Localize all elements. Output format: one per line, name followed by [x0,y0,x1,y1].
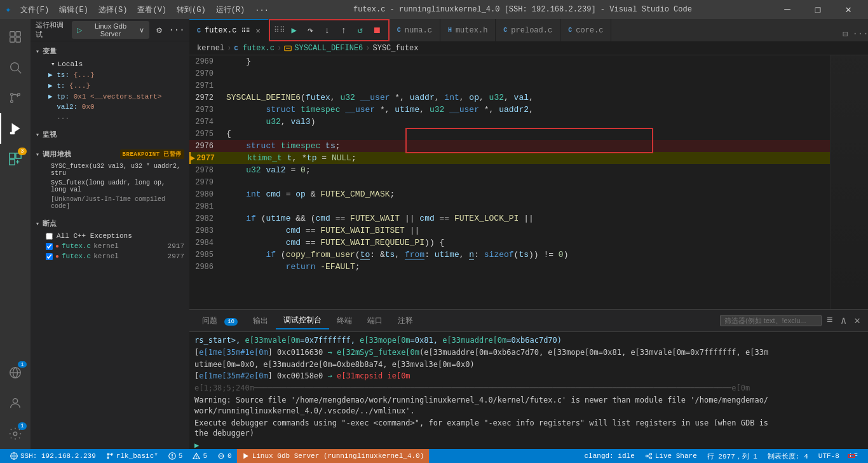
maximize-button[interactable]: ❐ [803,0,832,19]
breadcrumb-file[interactable]: C futex.c [234,44,275,53]
line-num-2970[interactable]: 2970 [189,69,221,78]
line-num-2969[interactable]: 2969 [189,57,221,66]
breadcrumb-kernel[interactable]: kernel [197,44,224,53]
bp-futex2-checkbox[interactable] [46,253,53,260]
editor-split-btn[interactable]: ⊟ [837,26,853,41]
activity-remote[interactable]: 1 [0,357,31,388]
line-num-2973[interactable]: 2973 [189,106,221,114]
status-debug-server[interactable]: Linux Gdb Server (runninglinuxkernel_4.0… [237,449,430,463]
line-num-2983[interactable]: 2983 [189,226,221,235]
line-num-2977[interactable]: ▶2977 [191,153,222,163]
callstack-item-2[interactable]: [Unknown/Just-In-Time compiled code] [31,195,189,211]
drag-handle[interactable]: ⠿⠿ [274,25,285,35]
var-tp[interactable]: ▶ tp: 0x1 <__vectors_start> [31,91,189,102]
all-cpp-exceptions[interactable]: All C++ Exceptions [31,231,189,241]
line-num-2985[interactable]: 2985 [189,251,221,259]
line-num-2980[interactable]: 2980 [189,190,221,199]
menu-run[interactable]: 运行(R) [212,3,249,17]
debug-console-output[interactable]: rs_start>, e[33mvale[0m=0x7fffffff, e[33… [189,332,868,449]
tab-preload[interactable]: C preload.c [496,19,560,41]
minimize-button[interactable]: — [773,0,802,19]
callstack-item-1[interactable]: SyS_futex(long uaddr, long op, long val [31,178,189,195]
menu-goto[interactable]: 转到(G) [173,3,210,17]
console-prompt[interactable]: ▶ [194,439,863,449]
all-cpp-checkbox[interactable] [46,233,53,240]
tab-futex[interactable]: C futex.c ⠿⠿ ✕ [189,19,269,41]
bp-futex-2[interactable]: ● futex.c kernel 2977 [31,251,189,261]
line-num-2975[interactable]: 2975 [189,130,221,139]
activity-settings[interactable]: 1 [0,418,31,449]
console-input[interactable] [201,441,863,449]
tab-drag-handle[interactable]: ⠿⠿ [240,27,252,34]
debug-continue-btn[interactable]: ▶ [287,23,302,38]
panel-tab-ports[interactable]: 端口 [360,313,390,329]
line-num-2981[interactable]: 2981 [189,202,221,211]
bp-futex-1[interactable]: ● futex.c kernel 2917 [31,241,189,251]
callstack-item-0[interactable]: SYSC_futex(u32 val3, u32 * uaddr2, stru [31,162,189,178]
locals-section[interactable]: ▾ Locals [31,59,189,69]
line-num-2984[interactable]: 2984 [189,238,221,247]
line-num-2978[interactable]: 2978 [189,166,221,175]
panel-filter-input[interactable] [720,315,822,326]
breadcrumb-define[interactable]: SYSCALL_DEFINE6 [284,44,363,53]
status-warnings[interactable]: 5 [187,449,212,463]
tab-core[interactable]: C core.c [560,19,611,41]
tab-mutex[interactable]: H mutex.h [440,19,496,41]
line-num-2986[interactable]: 2986 [189,263,221,272]
debug-server-btn[interactable]: ▷ Linux Gdb Server ∨ [72,21,149,39]
debug-restart-btn[interactable]: ↺ [353,23,368,38]
var-ts[interactable]: ▶ ts: {...} [31,69,189,80]
panel-tab-terminal[interactable]: 终端 [329,313,360,329]
line-num-2976[interactable]: 2976 [189,142,221,151]
panel-up-btn[interactable]: ∧ [838,313,850,328]
activity-git[interactable] [0,83,31,113]
menu-edit[interactable]: 编辑(E) [55,3,92,17]
activity-debug[interactable] [0,113,31,144]
var-t[interactable]: ▶ t: {...} [31,80,189,91]
bp-futex1-checkbox[interactable] [46,243,53,250]
menu-more[interactable]: ... [251,3,273,17]
debug-step-into-btn[interactable]: ↓ [320,23,335,38]
var-more[interactable]: ... [31,112,189,122]
debug-settings-btn[interactable]: ⚙ [152,22,166,38]
tab-numa[interactable]: C numa.c [390,19,440,41]
status-live-share[interactable]: Live Share [640,449,702,463]
menu-file[interactable]: 文件(F) [17,3,53,17]
debug-step-out-btn[interactable]: ↑ [336,23,351,38]
debug-step-over-btn[interactable]: ↷ [303,23,318,38]
line-num-2971[interactable]: 2971 [189,81,221,90]
variables-section[interactable]: ▾ 变量 [31,44,189,59]
status-encoding[interactable]: UTF-8 [813,449,844,463]
line-num-2982[interactable]: 2982 [189,214,221,223]
editor-more-btn[interactable]: ··· [853,26,868,41]
status-errors[interactable]: 5 [163,449,188,463]
activity-extensions[interactable]: 3 [0,144,31,174]
panel-tab-debug-console[interactable]: 调试控制台 [276,312,329,329]
watch-section[interactable]: ▾ 监视 [31,127,189,142]
activity-explorer[interactable] [0,22,31,52]
breakpoints-section[interactable]: ▾ 断点 [31,216,189,231]
status-breakpoints[interactable]: 0 [212,449,237,463]
status-language[interactable]: clangd: idle [580,449,640,463]
menu-view[interactable]: 查看(V) [133,3,170,17]
status-position[interactable]: 行 2977，列 1 [702,449,763,463]
debug-stop-btn[interactable]: ⏹ [369,23,384,38]
tab-close-futex[interactable]: ✕ [255,26,260,36]
breadcrumb-func[interactable]: SYSC_futex [373,44,419,53]
panel-tab-problems[interactable]: 问题 10 [194,313,245,329]
var-val2[interactable]: val2: 0x0 [31,102,189,112]
callstack-section[interactable]: ▾ 调用堆栈 breakpoint 已暂停 [31,147,189,162]
panel-layout-btn[interactable]: ≡ [824,314,836,328]
line-num-2979[interactable]: 2979 [189,178,221,187]
close-button[interactable]: ✕ [834,0,863,19]
line-num-2972[interactable]: 2972 [189,93,221,102]
debug-more-btn[interactable]: ··· [169,22,184,38]
panel-close-btn[interactable]: ✕ [851,313,863,328]
status-indent[interactable]: 制表长度: 4 [763,449,813,463]
line-num-2974[interactable]: 2974 [189,118,221,127]
activity-search[interactable] [0,52,31,83]
menu-select[interactable]: 选择(S) [95,3,132,17]
activity-account[interactable] [0,388,31,418]
status-ssh[interactable]: SSH: 192.168.2.239 [5,449,101,463]
panel-tab-output[interactable]: 输出 [245,313,276,329]
